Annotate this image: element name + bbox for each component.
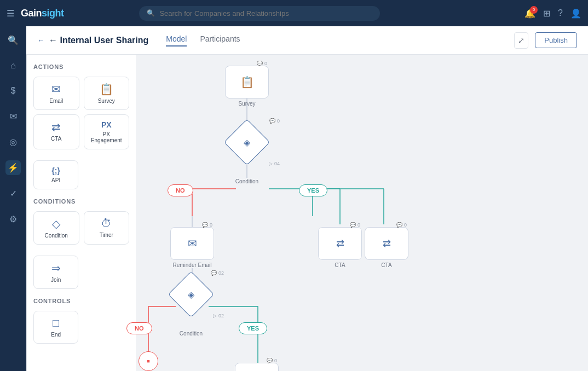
survey-box[interactable]: 📋 💬 0 (225, 66, 269, 98)
flow-canvas: 📋 💬 0 Survey 💬 0 ▷ 04 ◈ (26, 55, 479, 371)
no-badge-2-label[interactable]: NO (126, 322, 152, 334)
reminder-email-node[interactable]: ✉ 💬 0 Reminder Email (170, 227, 214, 268)
logo: Gainsight (21, 8, 64, 19)
help-icon[interactable]: ? (558, 8, 563, 18)
no-badge-1-label[interactable]: NO (168, 184, 193, 196)
reminder-email-label: Reminder Email (172, 262, 211, 268)
header-actions: ⤢ Publish (514, 32, 577, 49)
cta2-node[interactable]: ⇄ 💬 0 CTA (365, 227, 408, 268)
hamburger-menu[interactable]: ☰ (7, 8, 14, 19)
survey-node-icon: 📋 (240, 76, 254, 89)
yes-badge-1-label[interactable]: YES (299, 184, 327, 196)
yes-badge-2-label[interactable]: YES (239, 322, 267, 334)
condition2-label: Condition (180, 331, 203, 337)
cta1-counter: 💬 0 (350, 222, 360, 228)
sidebar-settings[interactable]: ⚙ (7, 212, 19, 227)
search-bar[interactable]: 🔍 (139, 6, 380, 21)
no-badge-1[interactable]: NO (168, 185, 193, 195)
survey-node[interactable]: 📋 💬 0 Survey (225, 66, 269, 107)
user-icon[interactable]: 👤 (570, 8, 581, 19)
reminder-email-box[interactable]: ✉ 💬 0 (170, 227, 214, 260)
cta2-label: CTA (381, 262, 391, 268)
reminder-email-icon: ✉ (188, 237, 197, 250)
nav-icons: 🔔 0 ⊞ ? 👤 (524, 8, 581, 19)
end-circle[interactable]: ■ (139, 351, 158, 371)
condition1-counter-msg: 💬 0 (269, 118, 280, 124)
sidebar-target[interactable]: ◎ (7, 135, 19, 149)
survey-counter: 💬 0 (257, 61, 267, 66)
condition2-icon: ◈ (188, 289, 194, 300)
join-node[interactable]: ⇒ 💬 0 Join (235, 363, 279, 371)
header-tabs: Model Participants (166, 34, 240, 47)
sidebar-journey[interactable]: ⚡ (5, 160, 21, 175)
join-box[interactable]: ⇒ 💬 0 (235, 363, 279, 371)
condition1-diamond[interactable]: ◈ (224, 119, 270, 166)
cta1-icon: ⇄ (336, 237, 344, 250)
join-counter: 💬 0 (267, 358, 277, 363)
condition1-icon: ◈ (244, 137, 250, 148)
sidebar-search[interactable]: 🔍 (5, 33, 21, 48)
page-header: ← ← Internal User Sharing Model Particip… (26, 26, 588, 55)
flow-inner: 📋 💬 0 Survey 💬 0 ▷ 04 ◈ (61, 55, 444, 371)
page-title: ← Internal User Sharing (49, 36, 148, 45)
sidebar-tasks[interactable]: ✓ (8, 186, 19, 201)
sidebar-email[interactable]: ✉ (8, 109, 19, 124)
condition2-counter-branch: ▷ 02 (213, 313, 224, 318)
yes-badge-2[interactable]: YES (239, 323, 267, 333)
cta1-node[interactable]: ⇄ 💬 0 CTA (318, 227, 362, 268)
search-icon: 🔍 (147, 9, 155, 17)
survey-label: Survey (238, 101, 255, 107)
cta2-box[interactable]: ⇄ 💬 0 (365, 227, 408, 260)
cta1-box[interactable]: ⇄ 💬 0 (318, 227, 362, 260)
yes-badge-1[interactable]: YES (299, 185, 327, 195)
publish-button[interactable]: Publish (535, 32, 577, 48)
back-button[interactable]: ← (37, 36, 44, 44)
condition1-counter-branch: ▷ 04 (269, 161, 280, 166)
condition2-node[interactable]: 💬 02 ▷ 02 ◈ Condition (175, 278, 207, 337)
reminder-counter: 💬 0 (202, 222, 212, 228)
end-icon: ■ (147, 358, 149, 364)
condition1-label: Condition (235, 178, 258, 184)
notification-badge: 0 (530, 6, 538, 14)
cta1-label: CTA (335, 262, 345, 268)
cta2-icon: ⇄ (383, 237, 391, 250)
sidebar-home[interactable]: ⌂ (8, 59, 18, 73)
content-area: ← ← Internal User Sharing Model Particip… (26, 26, 588, 371)
condition2-diamond[interactable]: ◈ (168, 271, 215, 318)
condition1-node[interactable]: 💬 0 ▷ 04 ◈ Condition (230, 126, 263, 184)
tab-participants[interactable]: Participants (200, 34, 240, 47)
sidebar-revenue[interactable]: $ (9, 84, 18, 98)
no-badge-2[interactable]: NO (126, 323, 152, 333)
tab-model[interactable]: Model (166, 34, 187, 47)
end-node[interactable]: ■ End (139, 351, 158, 371)
search-input[interactable] (159, 9, 372, 18)
grid-icon[interactable]: ⊞ (543, 8, 550, 19)
top-navigation: ☰ Gainsight 🔍 🔔 0 ⊞ ? 👤 (0, 0, 588, 26)
condition2-counter-msg: 💬 02 (211, 270, 224, 276)
main-layout: 🔍 ⌂ $ ✉ ◎ ⚡ ✓ ⚙ ← ← Internal User Sharin… (0, 26, 588, 371)
cta2-counter: 💬 0 (396, 222, 407, 228)
notifications-icon[interactable]: 🔔 0 (524, 8, 535, 19)
share-button[interactable]: ⤢ (514, 32, 528, 49)
left-sidebar: 🔍 ⌂ $ ✉ ◎ ⚡ ✓ ⚙ (0, 26, 26, 371)
